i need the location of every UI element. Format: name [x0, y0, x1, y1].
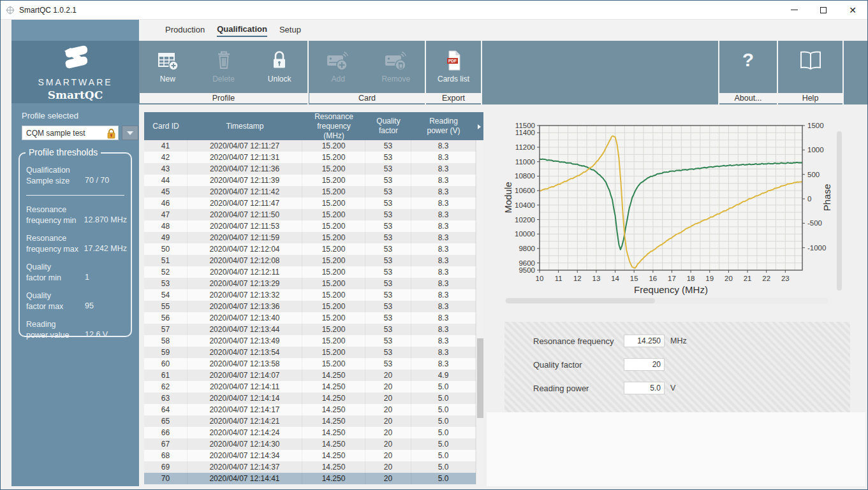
chart-horizontal-scrollbar[interactable]	[504, 298, 828, 304]
svg-text:10400: 10400	[515, 201, 535, 209]
minimize-icon[interactable]	[779, 1, 809, 19]
table-cell: 53	[365, 255, 411, 266]
table-cell: 8.3	[411, 289, 476, 301]
delete-button-label: Delete	[212, 75, 235, 83]
table-row[interactable]: 582020/04/07 12:13:4915.200538.3	[144, 335, 476, 347]
table-row[interactable]: 542020/04/07 12:13:3215.200538.3	[144, 289, 476, 301]
reading-power-label: Reading power	[533, 384, 589, 393]
table-cell: 4.9	[411, 370, 476, 381]
tab-production[interactable]: Production	[165, 25, 205, 36]
delete-button[interactable]: Delete	[196, 41, 252, 93]
threshold-row-quality-factor-max: Qualityfactor max 95	[26, 291, 127, 312]
cards-list-button[interactable]: PDFCards list	[426, 41, 481, 93]
table-row[interactable]: 472020/04/07 12:11:5015.200538.3	[144, 209, 476, 220]
table-row[interactable]: 572020/04/07 12:13:4415.200538.3	[144, 324, 476, 335]
table-row[interactable]: 672020/04/07 12:14:3014.250205.0	[144, 438, 476, 450]
tab-qualification[interactable]: Qualification	[217, 24, 267, 37]
table-row[interactable]: 432020/04/07 12:11:3615.200538.3	[144, 163, 476, 175]
new-button[interactable]: New	[140, 41, 196, 93]
table-row[interactable]: 552020/04/07 12:13:3615.200538.3	[144, 301, 476, 312]
table-row[interactable]: 482020/04/07 12:11:5315.200538.3	[144, 220, 476, 232]
table-cell: 2020/04/07 12:14:41	[188, 473, 302, 484]
table-cell: 20	[365, 450, 411, 461]
table-cell: 53	[365, 232, 411, 243]
chart-vertical-scrollbar[interactable]	[837, 131, 842, 291]
table-row[interactable]: 422020/04/07 12:11:3115.200538.3	[144, 152, 476, 163]
chart-horizontal-scrollbar-thumb[interactable]	[506, 298, 655, 303]
table-row[interactable]: 692020/04/07 12:14:3714.250205.0	[144, 461, 476, 473]
table-row[interactable]: 662020/04/07 12:14:2414.250205.0	[144, 427, 476, 438]
resonance-frequency-field[interactable]	[624, 335, 665, 347]
close-icon[interactable]: ✕	[838, 1, 867, 19]
table-cell: 5.0	[411, 415, 476, 427]
table-cell: 53	[365, 243, 411, 255]
quality-factor-field[interactable]	[624, 358, 665, 371]
table-cell: 2020/04/07 12:14:11	[188, 381, 302, 393]
threshold-value: 70 / 70	[85, 175, 127, 187]
table-cell: 53	[365, 312, 411, 324]
table-cell: 50	[144, 243, 188, 255]
table-cell: 2020/04/07 12:13:32	[188, 289, 302, 301]
table-row[interactable]: 522020/04/07 12:12:1115.200538.3	[144, 266, 476, 278]
table-cell: 57	[144, 324, 188, 335]
table-scrollbar[interactable]	[476, 140, 483, 484]
table-scrollbar-thumb[interactable]	[477, 338, 483, 418]
table-row-selected[interactable]: 702020/04/07 12:14:4114.250205.0	[144, 473, 476, 484]
table-cell: 2020/04/07 12:11:27	[188, 140, 302, 152]
threshold-row-quality-factor-min: Qualityfactor min 1	[26, 262, 127, 283]
unlock-button[interactable]: Unlock	[251, 41, 307, 93]
toolbar-group-label: About...	[719, 93, 777, 103]
tab-setup[interactable]: Setup	[279, 25, 301, 36]
table-cell: 14.250	[302, 393, 365, 404]
table-row[interactable]: 462020/04/07 12:11:4715.200538.3	[144, 198, 476, 209]
table-cell: 20	[365, 438, 411, 450]
svg-text:9500: 9500	[519, 266, 535, 274]
table-row[interactable]: 442020/04/07 12:11:3915.200538.3	[144, 175, 476, 186]
table-cell: 2020/04/07 12:14:30	[188, 438, 302, 450]
table-row[interactable]: 612020/04/07 12:14:0714.250204.9	[144, 370, 476, 381]
maximize-icon[interactable]	[809, 1, 838, 19]
table-row[interactable]: 642020/04/07 12:14:1714.250205.0	[144, 404, 476, 415]
table-cell: 2020/04/07 12:11:36	[188, 163, 302, 175]
pdf-icon: PDF	[442, 48, 465, 73]
table-row[interactable]: 412020/04/07 12:11:2715.200538.3	[144, 140, 476, 152]
table-cell: 15.200	[302, 163, 365, 175]
table-cell: 56	[144, 312, 188, 324]
cards-table: 412020/04/07 12:11:2715.200538.3422020/0…	[144, 140, 476, 484]
table-cell: 5.0	[411, 461, 476, 473]
table-row[interactable]: 632020/04/07 12:14:1414.250205.0	[144, 393, 476, 404]
table-cell: 15.200	[302, 324, 365, 335]
table-row[interactable]: 622020/04/07 12:14:1114.250205.0	[144, 381, 476, 393]
table-cell: 8.3	[411, 335, 476, 347]
add-button[interactable]: Add	[309, 41, 367, 93]
table-cell: 15.200	[302, 140, 365, 152]
table-cell: 53	[365, 198, 411, 209]
profile-combobox[interactable]: CQM sample test	[22, 126, 119, 140]
toolbar-group-help: Help	[778, 41, 844, 104]
window-controls: ✕	[779, 1, 867, 19]
table-cell: 14.250	[302, 473, 365, 484]
table-cell: 20	[365, 370, 411, 381]
table-row[interactable]: 602020/04/07 12:13:5815.200538.3	[144, 358, 476, 370]
table-cell: 2020/04/07 12:14:07	[188, 370, 302, 381]
table-row[interactable]: 562020/04/07 12:13:4015.200538.3	[144, 312, 476, 324]
remove-button[interactable]: Remove	[367, 41, 425, 93]
table-row[interactable]: 492020/04/07 12:11:5915.200538.3	[144, 232, 476, 243]
table-row[interactable]: 592020/04/07 12:13:5415.200538.3	[144, 347, 476, 358]
table-cell: 15.200	[302, 198, 365, 209]
threshold-value: 17.242 MHz	[84, 243, 127, 255]
table-row[interactable]: 452020/04/07 12:11:4215.200538.3	[144, 186, 476, 198]
reading-power-field[interactable]	[624, 382, 665, 394]
about-button[interactable]: ?	[719, 41, 777, 93]
help-button[interactable]	[778, 41, 842, 93]
table-cell: 15.200	[302, 255, 365, 266]
table-row[interactable]: 512020/04/07 12:12:0815.200538.3	[144, 255, 476, 266]
table-row[interactable]: 502020/04/07 12:12:0415.200538.3	[144, 243, 476, 255]
table-row[interactable]: 682020/04/07 12:14:3414.250205.0	[144, 450, 476, 461]
profile-combobox-dropdown-button[interactable]	[122, 126, 138, 140]
table-cell: 45	[144, 186, 188, 198]
table-row[interactable]: 532020/04/07 12:13:2915.200538.3	[144, 278, 476, 289]
svg-text:22: 22	[762, 275, 770, 282]
table-row[interactable]: 652020/04/07 12:14:2114.250205.0	[144, 415, 476, 427]
header-more-columns-icon[interactable]	[478, 124, 481, 129]
